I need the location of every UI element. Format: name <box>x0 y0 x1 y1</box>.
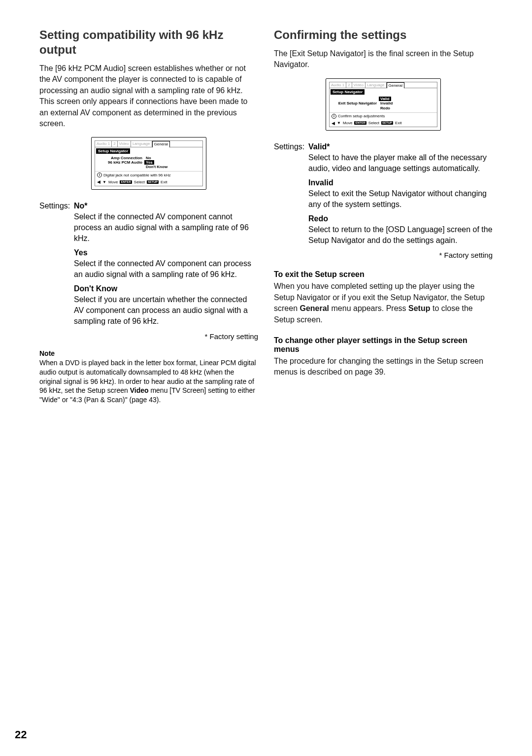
option-valid: Valid* <box>308 142 493 151</box>
down-arrow-icon: ▼ <box>337 121 341 125</box>
intro-left: The [96 kHz PCM Audio] screen establishe… <box>39 63 258 129</box>
info-icon: i <box>332 114 336 119</box>
option-yes-desc: Select if the connected AV component can… <box>74 258 258 280</box>
option-invalid-desc: Select to exit the Setup Navigator witho… <box>308 188 493 210</box>
sub-body-change: The procedure for changing the settings … <box>274 356 493 378</box>
left-arrow-icon: ◀ <box>97 179 100 184</box>
settings-list-right: Settings: Valid* Select to have the play… <box>274 142 493 259</box>
settings-label: Settings: <box>274 142 308 151</box>
settings-list-left: Settings: No* Select if the connected AV… <box>39 202 258 341</box>
right-column: Confirming the settings The [Exit Setup … <box>274 28 493 405</box>
option-no-desc: Select if the connected AV component can… <box>74 211 258 244</box>
option-no: No* <box>74 202 258 210</box>
option-yes: Yes <box>74 248 258 257</box>
option-dontknow-desc: Select if you are uncertain whether the … <box>74 294 258 327</box>
option-redo-desc: Select to return to the [OSD Language] s… <box>308 224 493 246</box>
osd-tabs: Audio 1 2 Video Language General <box>330 82 437 88</box>
option-dontknow: Don't Know <box>74 284 258 293</box>
note-heading: Note <box>39 349 258 357</box>
sub-body-exit: When you have completed setting up the p… <box>274 281 493 325</box>
intro-right: The [Exit Setup Navigator] is the final … <box>274 48 493 70</box>
heading-left: Setting compatibility with 96 kHz output <box>39 28 258 57</box>
factory-setting-note: * Factory setting <box>274 251 493 259</box>
osd-screenshot-left: Audio 1 2 Video Language General Setup N… <box>39 137 258 189</box>
left-arrow-icon: ◀ <box>332 121 335 126</box>
sub-heading-change: To change other player settings in the S… <box>274 336 493 354</box>
option-valid-desc: Select to have the player make all of th… <box>308 152 493 174</box>
page-number: 22 <box>15 728 27 741</box>
sub-heading-exit: To exit the Setup screen <box>274 270 493 279</box>
left-column: Setting compatibility with 96 kHz output… <box>39 28 258 405</box>
osd-title-bar: Setup Navigator <box>96 148 130 154</box>
down-arrow-icon: ▼ <box>102 180 106 184</box>
osd-screenshot-right: Audio 1 2 Video Language General Setup N… <box>274 78 493 131</box>
osd-tabs: Audio 1 2 Video Language General <box>95 141 202 147</box>
note-body: When a DVD is played back in the letter … <box>39 358 258 405</box>
option-invalid: Invalid <box>308 178 493 187</box>
option-redo: Redo <box>308 214 493 223</box>
osd-title-bar: Setup Navigator <box>331 89 365 95</box>
info-icon: i <box>97 172 102 177</box>
heading-right: Confirming the settings <box>274 28 493 42</box>
factory-setting-note: * Factory setting <box>39 332 258 341</box>
settings-label: Settings: <box>39 202 74 210</box>
